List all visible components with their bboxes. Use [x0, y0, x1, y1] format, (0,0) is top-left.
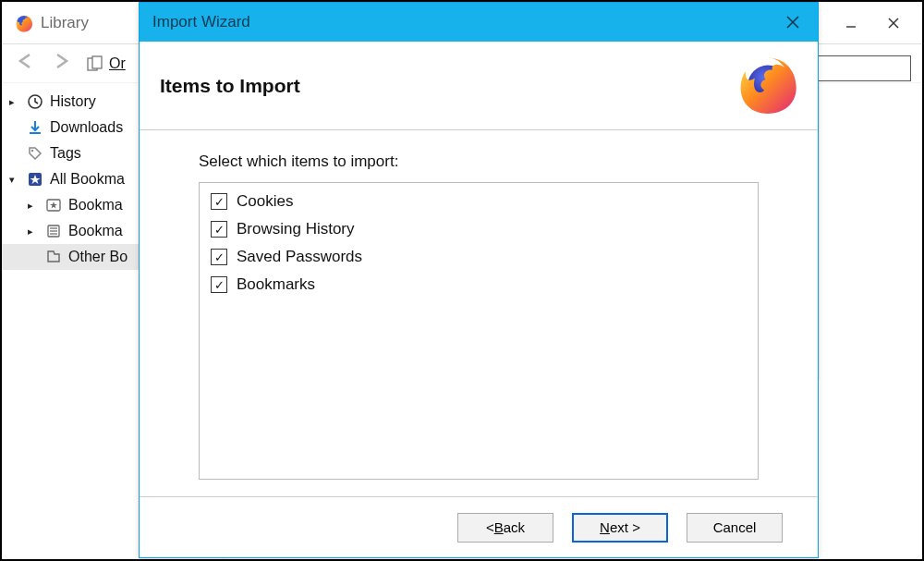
library-right-panel: [819, 83, 922, 379]
download-icon: [26, 118, 44, 137]
import-item-browsing-history[interactable]: ✓ Browsing History: [211, 220, 747, 238]
cancel-button[interactable]: Cancel: [687, 513, 783, 543]
import-item-saved-passwords[interactable]: ✓ Saved Passwords: [211, 248, 747, 266]
collapse-icon[interactable]: ▾: [9, 174, 20, 186]
checkbox-icon[interactable]: ✓: [211, 276, 227, 293]
firefox-icon: [15, 14, 33, 32]
sidebar-item-label: Other Bo: [68, 249, 128, 265]
checkbox-icon[interactable]: ✓: [211, 249, 227, 265]
sidebar-item-label: History: [50, 93, 96, 110]
minimize-button[interactable]: [830, 8, 872, 38]
wizard-close-button[interactable]: [773, 7, 812, 37]
bookmark-star-icon: [26, 170, 44, 189]
bookmarks-menu-icon: [44, 222, 63, 240]
expand-icon[interactable]: ▸: [9, 96, 20, 108]
back-prefix: <: [486, 519, 494, 535]
wizard-titlebar: Import Wizard: [140, 3, 818, 42]
import-wizard-dialog: Import Wizard Items to Import Select whi…: [139, 2, 819, 558]
tag-icon: [26, 144, 44, 163]
close-button[interactable]: [872, 8, 915, 38]
sidebar-item-label: Tags: [50, 145, 81, 162]
checkbox-icon[interactable]: ✓: [211, 221, 227, 238]
import-item-label: Browsing History: [237, 220, 355, 238]
expand-icon[interactable]: ▸: [28, 200, 39, 212]
next-button[interactable]: Next >: [572, 513, 668, 543]
sidebar-item-label: Bookma: [68, 197, 123, 213]
next-rest: ext >: [610, 519, 640, 535]
library-title: Library: [41, 14, 89, 32]
select-items-label: Select which items to import:: [199, 152, 759, 171]
svg-rect-5: [92, 56, 102, 68]
forward-arrow-icon[interactable]: [46, 50, 76, 78]
organize-menu[interactable]: Or: [87, 55, 126, 72]
svg-point-7: [31, 150, 33, 152]
next-mnemonic: N: [600, 519, 610, 535]
organize-label: Or: [109, 55, 126, 72]
wizard-heading: Items to Import: [160, 75, 300, 97]
sidebar-item-label: Bookma: [68, 223, 123, 239]
back-rest: ack: [504, 519, 525, 535]
import-items-list: ✓ Cookies ✓ Browsing History ✓ Saved Pas…: [199, 182, 759, 480]
import-item-label: Saved Passwords: [237, 248, 362, 266]
import-item-label: Bookmarks: [237, 275, 315, 294]
wizard-footer: < Back Next > Cancel: [140, 496, 818, 557]
wizard-header: Items to Import: [140, 42, 818, 130]
sidebar-item-label: All Bookma: [50, 171, 125, 188]
firefox-logo-icon: [738, 55, 797, 116]
checkbox-icon[interactable]: ✓: [211, 193, 227, 210]
history-icon: [26, 92, 44, 111]
sidebar-item-label: Downloads: [50, 119, 123, 136]
import-item-bookmarks[interactable]: ✓ Bookmarks: [211, 275, 747, 294]
back-mnemonic: B: [494, 519, 504, 535]
wizard-body: Select which items to import: ✓ Cookies …: [140, 130, 818, 496]
back-arrow-icon[interactable]: [11, 50, 41, 78]
cancel-label: Cancel: [713, 519, 757, 535]
expand-icon[interactable]: ▸: [28, 226, 39, 238]
other-bookmarks-icon: [44, 248, 63, 266]
wizard-title: Import Wizard: [152, 13, 250, 31]
bookmarks-toolbar-icon: [44, 196, 63, 214]
import-item-cookies[interactable]: ✓ Cookies: [211, 192, 747, 211]
import-item-label: Cookies: [237, 192, 293, 211]
library-window-controls: [830, 8, 915, 38]
back-button[interactable]: < Back: [457, 513, 553, 543]
organize-icon: [87, 55, 105, 72]
